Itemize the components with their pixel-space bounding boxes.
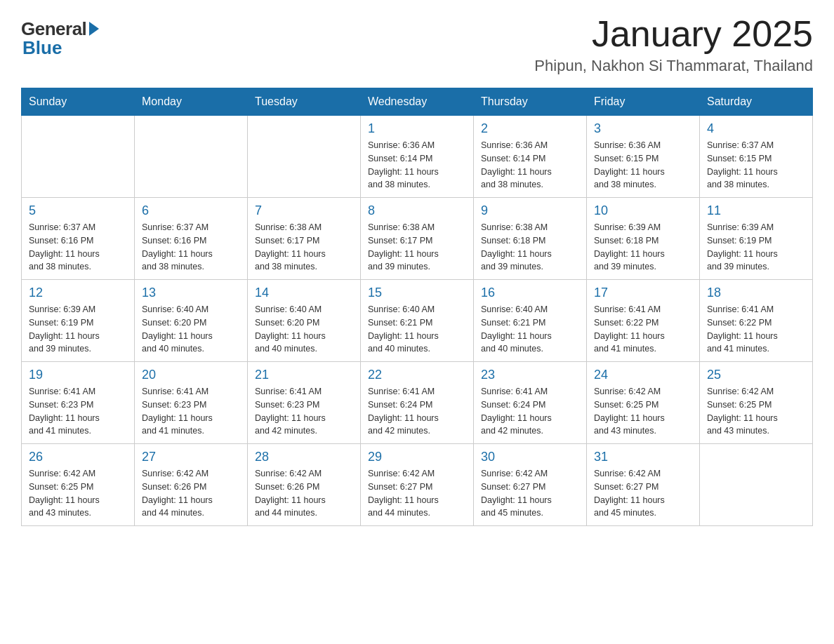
- day-info: Sunrise: 6:39 AM Sunset: 6:19 PM Dayligh…: [707, 221, 805, 274]
- day-number: 8: [368, 203, 466, 218]
- calendar-cell: [135, 116, 248, 198]
- day-number: 29: [368, 450, 466, 464]
- calendar-cell: 6Sunrise: 6:37 AM Sunset: 6:16 PM Daylig…: [135, 198, 248, 280]
- day-info: Sunrise: 6:42 AM Sunset: 6:25 PM Dayligh…: [29, 467, 127, 520]
- calendar-cell: 25Sunrise: 6:42 AM Sunset: 6:25 PM Dayli…: [700, 362, 813, 444]
- day-number: 23: [481, 368, 579, 382]
- calendar-cell: 17Sunrise: 6:41 AM Sunset: 6:22 PM Dayli…: [587, 280, 700, 362]
- day-info: Sunrise: 6:41 AM Sunset: 6:23 PM Dayligh…: [255, 385, 353, 438]
- calendar-cell: 28Sunrise: 6:42 AM Sunset: 6:26 PM Dayli…: [248, 444, 361, 526]
- day-info: Sunrise: 6:37 AM Sunset: 6:16 PM Dayligh…: [142, 221, 240, 274]
- calendar-cell: 9Sunrise: 6:38 AM Sunset: 6:18 PM Daylig…: [474, 198, 587, 280]
- day-info: Sunrise: 6:42 AM Sunset: 6:26 PM Dayligh…: [142, 467, 240, 520]
- day-info: Sunrise: 6:42 AM Sunset: 6:27 PM Dayligh…: [481, 467, 579, 520]
- calendar-cell: 18Sunrise: 6:41 AM Sunset: 6:22 PM Dayli…: [700, 280, 813, 362]
- day-number: 26: [29, 450, 127, 464]
- day-info: Sunrise: 6:41 AM Sunset: 6:23 PM Dayligh…: [29, 385, 127, 438]
- logo-flag-icon: [89, 22, 99, 36]
- day-number: 4: [707, 121, 805, 136]
- title-area: January 2025 Phipun, Nakhon Si Thammarat…: [534, 14, 813, 75]
- weekday-header-row: SundayMondayTuesdayWednesdayThursdayFrid…: [22, 88, 813, 116]
- day-info: Sunrise: 6:36 AM Sunset: 6:15 PM Dayligh…: [594, 139, 692, 192]
- day-info: Sunrise: 6:42 AM Sunset: 6:25 PM Dayligh…: [707, 385, 805, 438]
- day-info: Sunrise: 6:41 AM Sunset: 6:22 PM Dayligh…: [594, 303, 692, 356]
- day-info: Sunrise: 6:37 AM Sunset: 6:16 PM Dayligh…: [29, 221, 127, 274]
- day-info: Sunrise: 6:38 AM Sunset: 6:18 PM Dayligh…: [481, 221, 579, 274]
- calendar-cell: 16Sunrise: 6:40 AM Sunset: 6:21 PM Dayli…: [474, 280, 587, 362]
- calendar-cell: 1Sunrise: 6:36 AM Sunset: 6:14 PM Daylig…: [361, 116, 474, 198]
- calendar-cell: 24Sunrise: 6:42 AM Sunset: 6:25 PM Dayli…: [587, 362, 700, 444]
- day-number: 17: [594, 286, 692, 300]
- calendar-cell: [700, 444, 813, 526]
- calendar-cell: 26Sunrise: 6:42 AM Sunset: 6:25 PM Dayli…: [22, 444, 135, 526]
- day-info: Sunrise: 6:42 AM Sunset: 6:26 PM Dayligh…: [255, 467, 353, 520]
- calendar-cell: 19Sunrise: 6:41 AM Sunset: 6:23 PM Dayli…: [22, 362, 135, 444]
- day-info: Sunrise: 6:42 AM Sunset: 6:27 PM Dayligh…: [368, 467, 466, 520]
- weekday-header-saturday: Saturday: [700, 88, 813, 116]
- weekday-header-friday: Friday: [587, 88, 700, 116]
- day-info: Sunrise: 6:38 AM Sunset: 6:17 PM Dayligh…: [368, 221, 466, 274]
- calendar-cell: 11Sunrise: 6:39 AM Sunset: 6:19 PM Dayli…: [700, 198, 813, 280]
- day-number: 22: [368, 368, 466, 382]
- day-number: 14: [255, 286, 353, 300]
- calendar-table: SundayMondayTuesdayWednesdayThursdayFrid…: [21, 88, 813, 526]
- week-row-1: 1Sunrise: 6:36 AM Sunset: 6:14 PM Daylig…: [22, 116, 813, 198]
- day-number: 9: [481, 203, 579, 218]
- calendar-cell: 4Sunrise: 6:37 AM Sunset: 6:15 PM Daylig…: [700, 116, 813, 198]
- week-row-3: 12Sunrise: 6:39 AM Sunset: 6:19 PM Dayli…: [22, 280, 813, 362]
- day-number: 27: [142, 450, 240, 464]
- weekday-header-thursday: Thursday: [474, 88, 587, 116]
- day-info: Sunrise: 6:40 AM Sunset: 6:20 PM Dayligh…: [142, 303, 240, 356]
- week-row-2: 5Sunrise: 6:37 AM Sunset: 6:16 PM Daylig…: [22, 198, 813, 280]
- day-info: Sunrise: 6:39 AM Sunset: 6:19 PM Dayligh…: [29, 303, 127, 356]
- calendar-cell: [22, 116, 135, 198]
- day-number: 28: [255, 450, 353, 464]
- calendar-cell: 29Sunrise: 6:42 AM Sunset: 6:27 PM Dayli…: [361, 444, 474, 526]
- calendar-cell: 30Sunrise: 6:42 AM Sunset: 6:27 PM Dayli…: [474, 444, 587, 526]
- day-number: 19: [29, 368, 127, 382]
- weekday-header-sunday: Sunday: [22, 88, 135, 116]
- day-info: Sunrise: 6:41 AM Sunset: 6:24 PM Dayligh…: [481, 385, 579, 438]
- calendar-cell: 13Sunrise: 6:40 AM Sunset: 6:20 PM Dayli…: [135, 280, 248, 362]
- day-number: 5: [29, 203, 127, 218]
- day-number: 1: [368, 121, 466, 136]
- calendar-cell: 31Sunrise: 6:42 AM Sunset: 6:27 PM Dayli…: [587, 444, 700, 526]
- location-title: Phipun, Nakhon Si Thammarat, Thailand: [534, 57, 813, 75]
- weekday-header-wednesday: Wednesday: [361, 88, 474, 116]
- header: General Blue January 2025 Phipun, Nakhon…: [21, 14, 813, 75]
- day-number: 7: [255, 203, 353, 218]
- day-number: 10: [594, 203, 692, 218]
- day-number: 24: [594, 368, 692, 382]
- day-number: 30: [481, 450, 579, 464]
- day-number: 6: [142, 203, 240, 218]
- day-number: 15: [368, 286, 466, 300]
- calendar-cell: 7Sunrise: 6:38 AM Sunset: 6:17 PM Daylig…: [248, 198, 361, 280]
- calendar-cell: 12Sunrise: 6:39 AM Sunset: 6:19 PM Dayli…: [22, 280, 135, 362]
- day-number: 2: [481, 121, 579, 136]
- weekday-header-tuesday: Tuesday: [248, 88, 361, 116]
- logo: General Blue: [21, 14, 99, 59]
- month-title: January 2025: [534, 14, 813, 54]
- calendar-cell: 3Sunrise: 6:36 AM Sunset: 6:15 PM Daylig…: [587, 116, 700, 198]
- day-info: Sunrise: 6:40 AM Sunset: 6:20 PM Dayligh…: [255, 303, 353, 356]
- week-row-4: 19Sunrise: 6:41 AM Sunset: 6:23 PM Dayli…: [22, 362, 813, 444]
- day-info: Sunrise: 6:42 AM Sunset: 6:25 PM Dayligh…: [594, 385, 692, 438]
- day-info: Sunrise: 6:36 AM Sunset: 6:14 PM Dayligh…: [368, 139, 466, 192]
- day-number: 21: [255, 368, 353, 382]
- calendar-cell: 2Sunrise: 6:36 AM Sunset: 6:14 PM Daylig…: [474, 116, 587, 198]
- calendar-cell: 27Sunrise: 6:42 AM Sunset: 6:26 PM Dayli…: [135, 444, 248, 526]
- day-info: Sunrise: 6:41 AM Sunset: 6:24 PM Dayligh…: [368, 385, 466, 438]
- day-info: Sunrise: 6:37 AM Sunset: 6:15 PM Dayligh…: [707, 139, 805, 192]
- logo-blue-text: Blue: [22, 37, 62, 59]
- calendar-cell: 10Sunrise: 6:39 AM Sunset: 6:18 PM Dayli…: [587, 198, 700, 280]
- day-info: Sunrise: 6:38 AM Sunset: 6:17 PM Dayligh…: [255, 221, 353, 274]
- calendar-cell: 8Sunrise: 6:38 AM Sunset: 6:17 PM Daylig…: [361, 198, 474, 280]
- weekday-header-monday: Monday: [135, 88, 248, 116]
- day-info: Sunrise: 6:42 AM Sunset: 6:27 PM Dayligh…: [594, 467, 692, 520]
- day-number: 25: [707, 368, 805, 382]
- calendar-cell: 23Sunrise: 6:41 AM Sunset: 6:24 PM Dayli…: [474, 362, 587, 444]
- week-row-5: 26Sunrise: 6:42 AM Sunset: 6:25 PM Dayli…: [22, 444, 813, 526]
- calendar-cell: 20Sunrise: 6:41 AM Sunset: 6:23 PM Dayli…: [135, 362, 248, 444]
- day-number: 31: [594, 450, 692, 464]
- day-number: 12: [29, 286, 127, 300]
